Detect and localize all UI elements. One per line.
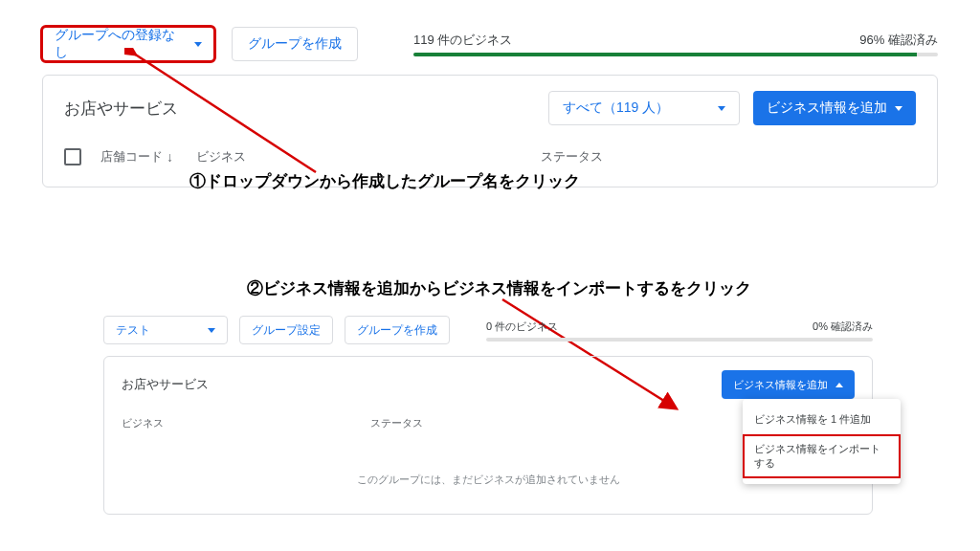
group-settings-label: グループ設定: [252, 322, 321, 339]
annotation-text-1: ①ドロップダウンから作成したグループ名をクリック: [189, 170, 580, 192]
mini-count: 0 件のビジネス: [486, 320, 558, 334]
chevron-down-icon: [718, 106, 725, 111]
menu-import[interactable]: ビジネス情報をインポートする: [743, 434, 901, 478]
mini-add-business-button[interactable]: ビジネス情報を追加: [722, 370, 855, 399]
filter-label: すべて（119 人）: [563, 99, 669, 117]
mini-panel-title: お店やサービス: [122, 376, 209, 393]
chevron-up-icon: [835, 383, 843, 387]
add-business-button[interactable]: ビジネス情報を追加: [753, 91, 916, 125]
group-settings-button[interactable]: グループ設定: [239, 316, 333, 344]
annotation-arrow-1: [124, 48, 335, 182]
svg-line-0: [134, 54, 316, 172]
mini-verified: 0% 確認済み: [813, 320, 873, 334]
mini-group-label: テスト: [116, 322, 150, 339]
mini-group-dropdown[interactable]: テスト: [103, 316, 228, 344]
mini-businesses-panel: お店やサービス ビジネス情報を追加 ビジネス情報を 1 件追加 ビジネス情報をイ…: [103, 356, 873, 515]
mini-add-business-label: ビジネス情報を追加: [733, 378, 828, 392]
mini-progress-bar: [486, 338, 873, 342]
progress-section: 119 件のビジネス 96% 確認済み: [413, 32, 938, 56]
mini-create-group-label: グループを作成: [357, 322, 437, 339]
add-business-label: ビジネス情報を追加: [767, 99, 887, 117]
menu-add-one[interactable]: ビジネス情報を 1 件追加: [743, 405, 901, 434]
mini-panel-container: テスト グループ設定 グループを作成 0 件のビジネス 0% 確認済み お店やサ…: [103, 316, 873, 515]
add-business-menu: ビジネス情報を 1 件追加 ビジネス情報をインポートする: [743, 399, 901, 484]
mini-col-business[interactable]: ビジネス: [122, 416, 370, 430]
mini-toolbar: テスト グループ設定 グループを作成 0 件のビジネス 0% 確認済み: [103, 316, 873, 352]
verified-pct: 96% 確認済み: [859, 32, 938, 49]
chevron-down-icon: [194, 42, 202, 47]
business-count: 119 件のビジネス: [413, 32, 512, 49]
filter-dropdown[interactable]: すべて（119 人）: [548, 91, 740, 125]
chevron-down-icon: [895, 106, 902, 111]
mini-col-status[interactable]: ステータス: [370, 416, 423, 430]
progress-bar: [413, 53, 938, 56]
mini-create-group-button[interactable]: グループを作成: [345, 316, 450, 344]
select-all-checkbox[interactable]: [64, 148, 81, 165]
col-status[interactable]: ステータス: [541, 148, 603, 165]
chevron-down-icon: [208, 328, 215, 333]
mini-progress: 0 件のビジネス 0% 確認済み: [486, 320, 873, 342]
